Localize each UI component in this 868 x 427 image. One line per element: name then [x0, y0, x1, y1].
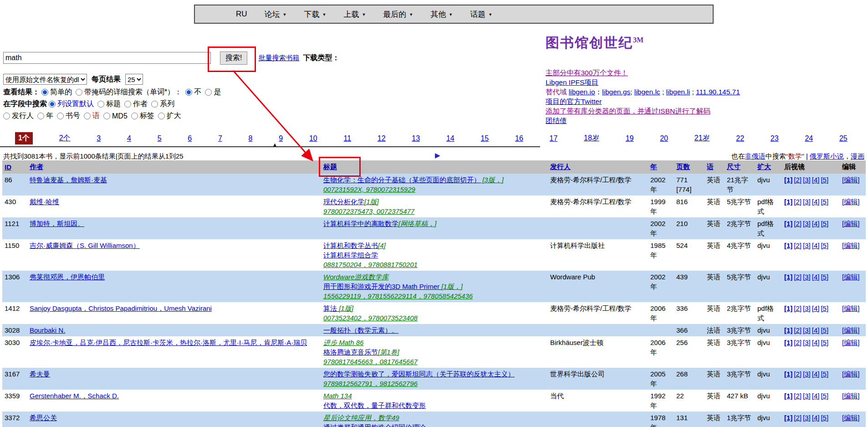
mirror-link-2[interactable]: [2]	[794, 326, 802, 334]
mirror-link-2[interactable]: [2]	[794, 339, 802, 346]
search-input[interactable]	[3, 52, 211, 64]
radio-option[interactable]: 年	[37, 111, 53, 121]
page-link-4[interactable]: 4	[127, 134, 131, 143]
mirror-link-5[interactable]: [5]	[821, 220, 828, 227]
edit-link[interactable]: [编辑]	[842, 273, 859, 281]
page-link-10[interactable]: 10	[309, 134, 317, 143]
title-link[interactable]: 0073523402，9780073523408	[323, 314, 418, 322]
author-link[interactable]: 皮埃尔·卡地亚，吕克·伊吕西，尼古拉斯·卡茨米，热拉尔·洛斯，尤里·I·马尼，肯…	[30, 339, 307, 346]
info-link[interactable]: 团结债	[546, 117, 567, 124]
edit-link[interactable]: [编辑]	[842, 392, 859, 400]
mirror-link-3[interactable]: [3]	[803, 242, 811, 249]
nav-item-其他[interactable]: 其他▼	[430, 9, 453, 20]
radio-带掩码的详细搜索（单词*）：[interactable]	[76, 89, 82, 96]
mirror-link-4[interactable]: [4]	[812, 242, 820, 249]
page-link-21岁[interactable]: 21岁	[694, 134, 710, 143]
mirror-link-5[interactable]: [5]	[821, 304, 828, 312]
page-link-18岁[interactable]: 18岁	[584, 134, 599, 143]
author-link[interactable]: 希夫曼	[30, 370, 50, 378]
mirror-link-4[interactable]: [4]	[812, 220, 820, 227]
radio-option[interactable]: 列设置默认	[49, 99, 94, 109]
status-link[interactable]: 非俄语	[745, 152, 766, 160]
page-link-2个[interactable]: 2个	[59, 134, 71, 143]
mirror-link-2[interactable]: [2]	[794, 220, 802, 227]
mirror-link-2[interactable]: [2]	[794, 273, 802, 281]
title-link[interactable]: 格洛腾迪克音乐节	[323, 348, 378, 356]
author-link[interactable]: 弗莱彻邓恩，伊恩帕伯里	[30, 273, 105, 281]
title-link[interactable]: [1版]	[339, 304, 353, 312]
info-link[interactable]: libgen.lc	[634, 88, 660, 96]
edit-link[interactable]: [编辑]	[842, 198, 859, 206]
mirror-link-2[interactable]: [2]	[794, 176, 802, 184]
mirror-link-5[interactable]: [5]	[821, 326, 828, 334]
author-link[interactable]: 戴维·哈维	[30, 198, 59, 206]
edit-link[interactable]: [编辑]	[842, 339, 859, 346]
column-header-link[interactable]: 语	[707, 163, 714, 170]
mirror-link-1[interactable]: [1]	[784, 326, 792, 334]
page-link-11[interactable]: 11	[343, 134, 351, 143]
mirror-link-5[interactable]: [5]	[821, 370, 828, 378]
title-link[interactable]: 生物化学：生命的分子基础（某些页面的底部切开）	[323, 176, 480, 184]
radio-作者[interactable]	[124, 101, 131, 108]
radio-option[interactable]: 发行人	[3, 111, 34, 121]
status-link[interactable]: 俄罗斯小说	[810, 152, 844, 160]
page-link-22[interactable]: 22	[736, 134, 744, 143]
column-header-link[interactable]: 发行人	[550, 163, 571, 170]
nav-item-论坛[interactable]: 论坛▼	[265, 9, 287, 20]
radio-option[interactable]: 语	[84, 111, 100, 121]
search-button[interactable]: 搜索!	[220, 51, 247, 65]
mirror-link-2[interactable]: [2]	[794, 414, 802, 422]
info-link[interactable]: 111.90.145.71	[696, 88, 740, 96]
nav-item-最后的[interactable]: 最后的▼	[383, 9, 413, 20]
radio-标题[interactable]	[97, 101, 104, 108]
page-link-15[interactable]: 15	[480, 134, 489, 143]
page-link-14[interactable]: 14	[446, 134, 454, 143]
mirror-link-1[interactable]: [1]	[784, 242, 792, 249]
title-link[interactable]: 代数，双代数，量子群和代数变形	[323, 401, 426, 409]
title-link[interactable]: Math 134	[323, 392, 352, 400]
title-link[interactable]: [1版，]	[441, 283, 463, 290]
radio-书号[interactable]	[57, 113, 64, 119]
mirror-link-3[interactable]: [3]	[803, 370, 811, 378]
mirror-link-5[interactable]: [5]	[821, 242, 828, 249]
title-link[interactable]: 算法	[323, 304, 339, 312]
filename-select[interactable]: 使用原始文件名恢复的dl	[3, 74, 87, 85]
nav-item-RU[interactable]: RU	[236, 10, 247, 19]
title-link[interactable]: 您的数学测验失败了，爱因斯坦同志（关于苏联的反犹太主义）	[323, 370, 515, 378]
author-link[interactable]: Bourbaki N.	[30, 326, 65, 334]
title-link[interactable]: 用于图形和游戏开发的3D Math Primer	[323, 283, 441, 290]
mirror-link-3[interactable]: [3]	[803, 392, 811, 400]
mirror-link-4[interactable]: [4]	[812, 304, 820, 312]
page-link-8[interactable]: 8	[249, 134, 253, 143]
edit-link[interactable]: [编辑]	[842, 414, 859, 422]
radio-扩大[interactable]	[158, 113, 165, 119]
title-link[interactable]: [4]	[378, 242, 386, 249]
mirror-link-5[interactable]: [5]	[821, 392, 828, 400]
radio-不[interactable]	[185, 89, 192, 96]
mirror-link-5[interactable]: [5]	[821, 198, 828, 206]
nav-item-话题[interactable]: 话题▼	[470, 9, 492, 20]
radio-语[interactable]	[84, 113, 91, 119]
author-link[interactable]: 特鲁迪麦基，詹姆斯·麦基	[30, 176, 107, 184]
info-link[interactable]: 主部分中有300万个文件！	[546, 69, 628, 77]
mirror-link-3[interactable]: [3]	[803, 304, 811, 312]
column-header-link[interactable]: 页数	[676, 163, 690, 170]
radio-option[interactable]: 扩大	[158, 111, 181, 121]
author-link[interactable]: 吉尔·威廉姆森（S. Gill Williamson）	[30, 242, 140, 249]
info-link[interactable]: libgen.io	[569, 88, 595, 96]
title-link[interactable]: 0881750204，9780881750201	[323, 261, 418, 268]
page-link-12[interactable]: 12	[378, 134, 386, 143]
info-link[interactable]: Libgen IPFS项目	[546, 78, 598, 86]
page-link-13[interactable]: 13	[412, 134, 420, 143]
batch-search-link[interactable]: 批量搜索书籍	[258, 54, 299, 62]
title-link[interactable]: 计算机科学中的离散数学	[323, 220, 398, 227]
status-link[interactable]: 漫画	[851, 152, 864, 160]
mirror-link-4[interactable]: [4]	[812, 326, 820, 334]
page-link-17[interactable]: 17	[550, 134, 558, 143]
radio-option[interactable]: 不	[185, 87, 201, 97]
mirror-link-4[interactable]: [4]	[812, 392, 820, 400]
mirror-link-5[interactable]: [5]	[821, 176, 828, 184]
edit-link[interactable]: [编辑]	[842, 370, 859, 378]
mirror-link-2[interactable]: [2]	[794, 392, 802, 400]
per-page-select[interactable]: 25	[125, 74, 143, 85]
